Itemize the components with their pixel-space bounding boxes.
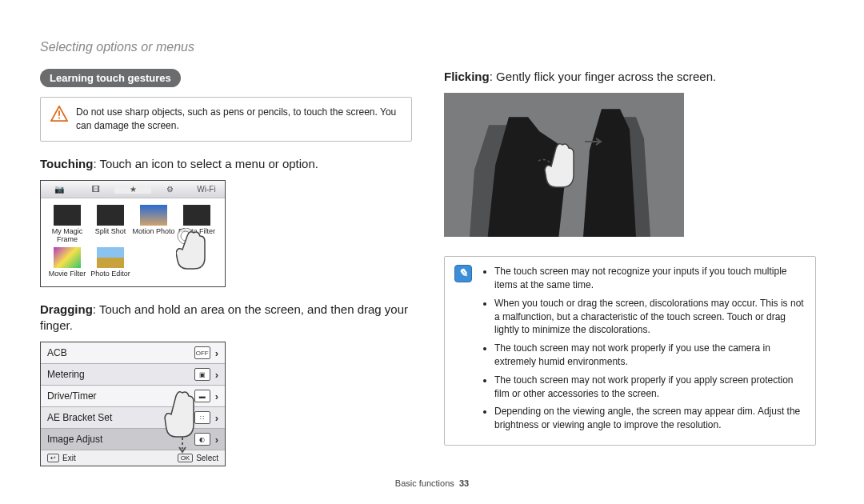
touching-desc: : Touch an icon to select a menu or opti… [93,157,318,170]
select-label: Select [196,454,218,462]
info-list: The touch screen may not recognize your … [480,265,806,437]
warning-icon [50,106,68,122]
right-column: Flicking: Gently flick your finger acros… [444,69,816,466]
touching-label: Touching [40,157,93,170]
dragging-desc: : Touch and hold an area on the screen, … [40,302,408,332]
left-column: Learning touch gestures Do not use sharp… [40,69,412,466]
svg-rect-1 [58,118,60,119]
warning-text: Do not use sharp objects, such as pens o… [76,106,402,133]
hand-pointer-icon [176,228,216,276]
chevron-right-icon: › [215,412,218,424]
tab-scene-icon[interactable]: 🎞 [78,185,114,194]
svg-rect-0 [58,110,60,115]
grid-item-label: Motion Photo [132,227,174,235]
select-button[interactable]: OKSelect [178,454,218,462]
grid-item-my-magic-frame[interactable]: My Magic Frame [46,205,89,247]
chevron-right-icon: › [215,347,218,359]
footer-section: Basic functions [395,478,454,488]
info-note: The touch screen may not work properly i… [494,374,806,401]
warning-box: Do not use sharp objects, such as pens o… [40,97,412,142]
page-footer: Basic functions 33 [0,478,864,488]
list-row-metering[interactable]: Metering▣› [41,364,225,386]
hand-drag-icon [160,390,208,454]
flicking-desc: : Gently flick your finger across the sc… [490,70,716,83]
row-glyph: OFF [194,346,210,359]
chevron-right-icon: › [215,390,218,402]
row-glyph: ▣ [194,368,210,381]
grid-tabbar: 📷 🎞 ★ ⚙ Wi-Fi [41,181,225,198]
tab-gear-icon[interactable]: ⚙ [151,185,188,194]
hand-flick-icon [532,137,604,201]
dragging-heading: Dragging: Touch and hold an area on the … [40,302,412,334]
exit-label: Exit [62,454,76,462]
row-label: Image Adjust [47,434,102,445]
flick-figure [444,93,684,237]
row-label: Metering [47,369,85,380]
info-note: When you touch or drag the screen, disco… [494,297,806,337]
section-pill-gestures: Learning touch gestures [40,69,181,87]
info-note: The touch screen may not recognize your … [494,265,806,292]
row-label: AE Bracket Set [47,412,112,423]
chevron-right-icon: › [215,369,218,381]
flicking-heading: Flicking: Gently flick your finger acros… [444,69,816,85]
grid-item-split-shot[interactable]: Split Shot [89,205,132,247]
grid-item-label: Split Shot [95,227,126,235]
content-columns: Learning touch gestures Do not use sharp… [40,69,816,466]
row-label: Drive/Timer [47,390,97,402]
row-label: ACB [47,347,67,358]
back-key-icon: ↩ [47,454,59,462]
info-note: The touch screen may not work properly i… [494,342,806,369]
footer-page-number: 33 [459,478,469,488]
touching-heading: Touching: Touch an icon to select a menu… [40,156,412,172]
tab-camera-icon[interactable]: 📷 [41,185,78,194]
dragging-label: Dragging [40,302,93,316]
info-note: Depending on the viewing angle, the scre… [494,405,806,432]
tab-star-icon[interactable]: ★ [114,185,151,194]
ok-key-icon: OK [178,454,194,462]
grid-item-photo-editor[interactable]: Photo Editor [89,247,132,282]
grid-item-label: Photo Editor [90,270,130,278]
flicking-label: Flicking [444,70,490,83]
info-box: ✎ The touch screen may not recognize you… [444,256,816,446]
grid-item-motion-photo[interactable]: Motion Photo [132,205,175,247]
list-figure: ACBOFF› Metering▣› Drive/Timer▬› AE Brac… [40,342,412,466]
grid-item-label: My Magic Frame [52,227,83,243]
tab-wifi[interactable]: Wi-Fi [188,185,225,194]
info-icon: ✎ [454,265,472,282]
list-row-acb[interactable]: ACBOFF› [41,342,225,364]
exit-button[interactable]: ↩Exit [47,454,76,462]
chevron-right-icon: › [215,434,218,446]
grid-item-movie-filter[interactable]: Movie Filter [46,247,89,282]
grid-item-label: Movie Filter [49,270,86,278]
grid-figure: 📷 🎞 ★ ⚙ Wi-Fi My Magic Frame Split Shot … [40,180,412,287]
page-heading: Selecting options or menus [40,40,816,54]
